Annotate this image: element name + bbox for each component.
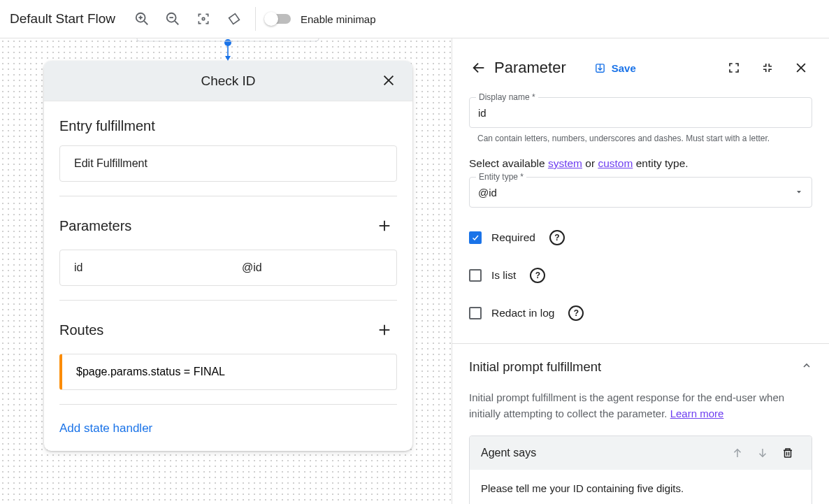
zoom-out-icon[interactable] [159, 5, 187, 33]
display-name-helper: Can contain letters, numbers, underscore… [477, 134, 812, 143]
agent-says-label: Agent says [481, 447, 536, 459]
is-list-checkbox[interactable] [469, 269, 482, 282]
parameter-name: id [74, 261, 242, 274]
chevron-up-icon [801, 360, 812, 374]
section-routes: Routes $page.params.status = FINAL [59, 301, 397, 390]
svg-line-1 [144, 21, 147, 24]
ipf-collapse-header[interactable]: Initial prompt fulfillment [469, 344, 812, 390]
toolbar-divider [255, 7, 256, 31]
turn-off-icon[interactable] [220, 5, 248, 33]
edit-fulfillment-button[interactable]: Edit Fulfillment [59, 145, 397, 182]
help-icon[interactable]: ? [549, 230, 565, 245]
required-checkbox[interactable] [469, 231, 482, 244]
parameter-row[interactable]: id @id [59, 250, 397, 286]
is-list-label: Is list [491, 269, 516, 282]
chevron-down-icon [795, 187, 803, 199]
entity-type-field-wrap: Entity type * @id [469, 177, 812, 208]
parameter-panel: Parameter Save Display name * [452, 38, 829, 504]
system-link[interactable]: system [548, 157, 582, 169]
panel-title: Parameter [494, 59, 566, 77]
custom-link[interactable]: custom [598, 157, 633, 169]
move-down-icon[interactable] [750, 440, 775, 466]
display-name-field-wrap: Display name * [469, 97, 812, 128]
add-parameter-button[interactable] [372, 213, 397, 238]
svg-marker-22 [797, 191, 801, 194]
add-state-handler-button[interactable]: Add state handler [59, 405, 397, 435]
entity-type-label: Entity type * [476, 172, 526, 182]
delete-icon[interactable] [775, 440, 800, 466]
page-node-check-id[interactable]: Check ID Entry fulfillment Edit Fulfillm… [44, 61, 412, 451]
ipf-desc: Initial prompt fulfillment is the agent … [469, 391, 784, 419]
section-entry-fulfillment: Entry fulfillment Edit Fulfillment [59, 101, 397, 182]
close-panel-icon[interactable] [787, 54, 815, 82]
svg-rect-25 [785, 450, 791, 457]
required-row: Required ? [469, 230, 812, 245]
is-list-row: Is list ? [469, 268, 812, 283]
redact-row: Redact in log ? [469, 305, 812, 321]
route-row[interactable]: $page.params.status = FINAL [59, 354, 397, 390]
help-icon[interactable]: ? [568, 305, 584, 321]
zoom-in-icon[interactable] [128, 5, 156, 33]
routes-heading: Routes [59, 322, 103, 338]
entry-fulfillment-heading: Entry fulfillment [59, 118, 397, 134]
toolbar-icon-group [128, 5, 248, 33]
svg-line-5 [175, 21, 178, 24]
top-toolbar: Default Start Flow Enable minimap [0, 0, 829, 38]
move-up-icon[interactable] [725, 440, 750, 466]
save-label: Save [612, 62, 636, 74]
node-title: Check ID [201, 73, 255, 89]
add-route-button[interactable] [372, 317, 397, 343]
fit-view-icon[interactable] [189, 5, 217, 33]
toggle-knob [264, 12, 278, 26]
help-icon[interactable]: ? [530, 268, 545, 283]
agent-says-text[interactable]: Please tell me your ID containing five d… [470, 470, 812, 504]
panel-header: Parameter Save [452, 38, 829, 93]
ipf-heading: Initial prompt fulfillment [469, 359, 601, 375]
fullscreen-icon[interactable] [720, 54, 748, 82]
entity-type-value: @id [478, 187, 497, 199]
collapse-icon[interactable] [754, 54, 781, 82]
node-body: Entry fulfillment Edit Fulfillment Param… [44, 101, 412, 451]
agent-says-box: Agent says Please tell me your ID contai… [469, 435, 812, 504]
svg-marker-10 [225, 56, 231, 61]
ipf-body: Initial prompt fulfillment is the agent … [469, 390, 812, 504]
back-arrow-icon[interactable] [466, 55, 491, 80]
svg-rect-7 [202, 17, 204, 20]
flow-title: Default Start Flow [10, 11, 115, 27]
display-name-label: Display name * [476, 92, 538, 102]
learn-more-link[interactable]: Learn more [670, 408, 724, 419]
save-button[interactable]: Save [594, 62, 636, 74]
svg-point-8 [224, 39, 231, 46]
enable-minimap-label: Enable minimap [301, 13, 376, 25]
toggle-track [266, 14, 291, 24]
required-label: Required [491, 231, 535, 244]
workspace: Check ID Entry fulfillment Edit Fulfillm… [0, 38, 829, 504]
panel-header-icons [720, 54, 815, 82]
parameters-heading: Parameters [59, 218, 131, 234]
entity-help-text: Select available system or custom entity… [469, 157, 812, 170]
section-parameters: Parameters id @id [59, 196, 397, 286]
redact-label: Redact in log [491, 307, 554, 319]
parameter-entity: @id [242, 261, 262, 274]
agent-says-header: Agent says [470, 436, 812, 470]
flow-canvas[interactable]: Check ID Entry fulfillment Edit Fulfillm… [0, 38, 452, 504]
enable-minimap-toggle[interactable]: Enable minimap [266, 13, 376, 25]
node-header: Check ID [44, 61, 412, 101]
redact-checkbox[interactable] [469, 307, 482, 319]
close-icon[interactable] [377, 69, 400, 92]
